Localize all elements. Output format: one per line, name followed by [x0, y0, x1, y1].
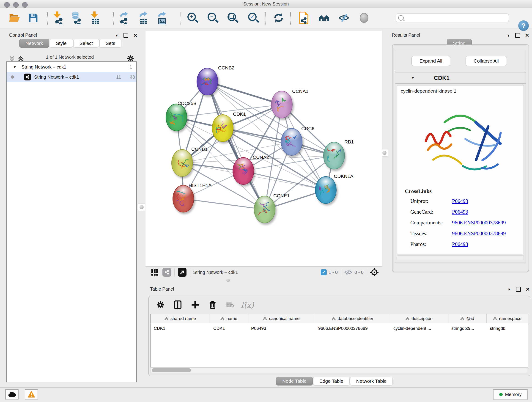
tab-network-table[interactable]: Network Table [350, 377, 393, 385]
table-settings-button[interactable] [155, 300, 166, 310]
section-collapse-icon[interactable]: ▼ [411, 76, 415, 80]
function-builder-button[interactable]: f(x) [242, 300, 253, 310]
zoom-in-button[interactable]: + [187, 12, 198, 24]
panel-close-icon[interactable]: ✕ [526, 287, 530, 291]
column-header-canonical-name[interactable]: canonical name [248, 314, 315, 323]
tab-edge-table[interactable]: Edge Table [313, 377, 350, 385]
network-node-cdk1[interactable] [212, 114, 234, 142]
export-network-button[interactable] [118, 12, 130, 24]
panel-float-icon[interactable] [516, 287, 521, 292]
protein-3d-structure-image [413, 97, 509, 187]
import-table-from-file-button[interactable] [89, 12, 101, 24]
warnings-button[interactable] [25, 389, 38, 400]
table-panel-window-controls: ▼ ✕ [507, 287, 530, 292]
selected-counter: 1 - 0 [329, 270, 338, 275]
open-session-button[interactable] [9, 12, 20, 24]
export-table-button[interactable] [138, 12, 149, 24]
left-splitter-handle[interactable] [138, 204, 145, 211]
zoom-in-icon: + [187, 13, 198, 23]
edge-CCNB2-CCNA1[interactable] [207, 82, 282, 104]
network-canvas[interactable]: CCNB2CCNA1CDC25BCDK1CDC6RB1CCNB1CCNA2CDK… [146, 31, 382, 266]
cloud-button[interactable] [5, 389, 19, 400]
table-row[interactable]: CDK1CDK1P064939606.ENSP00000378699cyclin… [151, 323, 528, 333]
crosslink-row: Tissues:9606.ENSP00000378699 [410, 230, 520, 236]
zoom-out-button[interactable]: − [207, 12, 219, 24]
import-network-from-database-button[interactable] [70, 12, 82, 24]
expand-all-button[interactable]: Expand All [412, 56, 450, 66]
collapse-all-button[interactable]: Collapse All [466, 56, 507, 66]
panel-menu-icon[interactable]: ▼ [115, 33, 119, 37]
edge-CCNB2-CCNE1[interactable] [207, 82, 265, 210]
network-node-ccna2[interactable] [233, 157, 254, 185]
tree-expand-icon[interactable]: ▼ [13, 65, 17, 69]
network-node-cdkn1a[interactable] [315, 176, 336, 204]
scrollbar-thumb[interactable] [152, 368, 191, 372]
delete-column-button[interactable] [207, 300, 218, 310]
network-node-cdc25b[interactable] [166, 104, 187, 131]
zoom-fit-button[interactable] [227, 12, 239, 24]
crosslink-link[interactable]: 9606.ENSP00000378699 [452, 220, 506, 226]
tab-network[interactable]: Network [19, 39, 49, 48]
birds-eye-view-icon[interactable] [178, 268, 186, 277]
fit-crosshair-icon[interactable] [370, 268, 379, 276]
panel-float-icon[interactable] [515, 33, 520, 38]
network-collection-row[interactable]: ▼ String Network – cdk1 1 [7, 62, 136, 72]
panel-menu-icon[interactable]: ▼ [507, 33, 510, 37]
tab-select[interactable]: Select [73, 39, 99, 48]
network-node-cdc6[interactable] [281, 128, 302, 156]
memory-button[interactable]: Memory [493, 389, 528, 400]
column-header-database-identifier[interactable]: database identifier [315, 314, 390, 323]
export-image-button[interactable] [156, 12, 168, 24]
edge-CCNA2-CDKN1A[interactable] [243, 171, 326, 190]
column-header-name[interactable]: name [210, 314, 248, 323]
panel-float-icon[interactable] [123, 33, 128, 38]
search-input[interactable] [405, 15, 509, 21]
panel-close-icon[interactable]: ✕ [133, 33, 138, 37]
show-column-button[interactable] [172, 300, 183, 310]
first-neighbors-button[interactable] [273, 12, 284, 24]
tab-style[interactable]: Style [50, 39, 73, 48]
bottom-splitter-handle[interactable] [226, 279, 230, 282]
tab-node-table[interactable]: Node Table [276, 377, 313, 385]
node-label-ccna2: CCNA2 [253, 154, 269, 160]
hide-selected-button[interactable] [338, 12, 350, 24]
homology-search-button[interactable] [318, 12, 330, 24]
column-header--id[interactable]: @id [448, 314, 487, 323]
column-header-namespace[interactable]: namespace [487, 314, 528, 323]
help-button[interactable]: ? [518, 20, 529, 31]
crosslink-link[interactable]: P06493 [452, 241, 468, 247]
gear-icon[interactable] [127, 55, 134, 62]
gene-section-header[interactable]: ▼ CDK1 [395, 72, 526, 84]
network-node-ccnb1[interactable] [171, 149, 193, 177]
toolbar-search [396, 13, 509, 22]
network-node-ccna1[interactable] [271, 91, 293, 118]
table-horizontal-scrollbar[interactable] [150, 367, 528, 373]
network-node-rb1[interactable] [323, 142, 345, 169]
crosslink-link[interactable]: 9606.ENSP00000378699 [452, 230, 506, 236]
show-all-button[interactable] [358, 12, 370, 24]
network-row-selected[interactable]: String Network – cdk1 11 48 [7, 72, 136, 82]
crosslink-link[interactable]: P06493 [452, 198, 468, 204]
save-session-button[interactable] [27, 12, 39, 24]
import-network-from-file-button[interactable] [52, 12, 64, 24]
column-header-shared-name[interactable]: shared name [151, 314, 210, 323]
column-type-icon [405, 317, 409, 321]
panel-menu-icon[interactable]: ▼ [507, 287, 511, 291]
panel-close-icon[interactable]: ✕ [525, 33, 529, 37]
protein-structure-thumbnail [175, 154, 190, 172]
network-from-file-button[interactable] [298, 12, 310, 24]
selected-checkbox-icon[interactable]: ✓ [321, 269, 327, 275]
share-view-icon[interactable] [162, 268, 171, 277]
column-header-description[interactable]: description [390, 314, 448, 323]
network-node-hist1h1a[interactable] [172, 185, 194, 212]
results-scrollbar[interactable] [397, 255, 524, 260]
delete-table-button[interactable] [225, 300, 235, 310]
grid-view-icon[interactable] [151, 269, 158, 276]
tab-sets[interactable]: Sets [99, 39, 121, 48]
network-node-ccnb2[interactable] [196, 68, 218, 95]
crosslink-link[interactable]: P06493 [452, 209, 468, 215]
zoom-selected-button[interactable]: ✓ [248, 12, 259, 24]
edge-HIST1H1A-CCNE1[interactable] [183, 199, 265, 210]
add-column-button[interactable] [190, 300, 201, 310]
network-node-ccne1[interactable] [254, 196, 275, 223]
